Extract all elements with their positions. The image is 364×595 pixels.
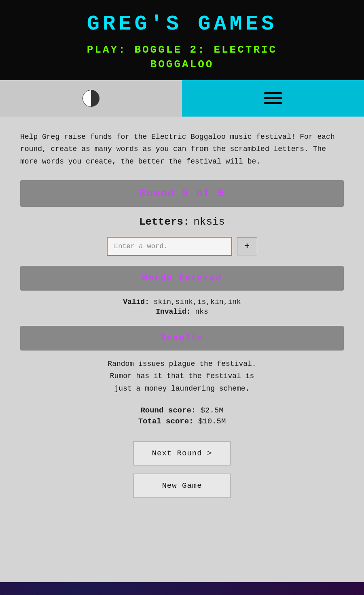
game-subtitle: PLAY: BOGGLE 2: ELECTRIC BOGGALOO [8, 42, 356, 72]
hamburger-line-2 [264, 97, 282, 99]
hamburger-menu-icon[interactable] [264, 92, 282, 104]
invalid-label: Invalid: [156, 308, 190, 316]
nav-bar [0, 80, 364, 117]
results-text: Random issues plague the festival. Rumor… [20, 358, 344, 395]
hamburger-line-3 [264, 102, 282, 104]
valid-words-line: Valid: skin,sink,is,kin,ink [20, 298, 344, 306]
total-score-value: $10.5M [198, 417, 226, 426]
invalid-words-line: Invalid: nks [20, 308, 344, 316]
round-score-line: Round score: $2.5M [20, 406, 344, 415]
game-subtitle-line2: BOGGALOO [150, 58, 214, 70]
valid-words: skin,sink,is,kin,ink [154, 298, 241, 306]
theme-toggle-icon[interactable] [81, 89, 101, 108]
main-content: Help Greg raise funds for the Electric B… [0, 117, 364, 582]
results-label: Results [161, 333, 203, 343]
game-subtitle-line1: PLAY: BOGGLE 2: ELECTRIC [87, 44, 277, 56]
word-input-row: + [20, 237, 344, 256]
hamburger-line-1 [264, 92, 282, 94]
results-header: Results [20, 326, 344, 351]
score-section: Round score: $2.5M Total score: $10.5M [20, 406, 344, 426]
action-buttons: Next Round > New Game [20, 441, 344, 498]
letters-value: nksis [193, 216, 225, 228]
nav-right-section[interactable] [182, 80, 364, 117]
letters-label: Letters: [139, 216, 190, 228]
round-label: Round 5 of 5 [139, 187, 224, 200]
total-score-label: Total score: [138, 417, 194, 426]
site-title: GREG'S GAMES [8, 12, 356, 36]
word-input[interactable] [107, 237, 232, 256]
words-info: Valid: skin,sink,is,kin,ink Invalid: nks [20, 298, 344, 316]
game-description: Help Greg raise funds for the Electric B… [20, 131, 344, 168]
invalid-words: nks [195, 308, 208, 316]
words-entered-label: Words Entered [142, 273, 222, 283]
letters-row: Letters: nksis [20, 216, 344, 228]
words-entered-header: Words Entered [20, 266, 344, 291]
header: GREG'S GAMES PLAY: BOGGLE 2: ELECTRIC BO… [0, 0, 364, 80]
round-badge: Round 5 of 5 [20, 180, 344, 207]
round-score-label: Round score: [140, 406, 196, 415]
round-score-value: $2.5M [201, 406, 224, 415]
total-score-line: Total score: $10.5M [20, 417, 344, 426]
valid-label: Valid: [123, 298, 149, 306]
next-round-button[interactable]: Next Round > [133, 441, 231, 465]
nav-left-section[interactable] [0, 80, 182, 117]
add-word-button[interactable]: + [237, 237, 257, 255]
new-game-button[interactable]: New Game [133, 474, 231, 498]
